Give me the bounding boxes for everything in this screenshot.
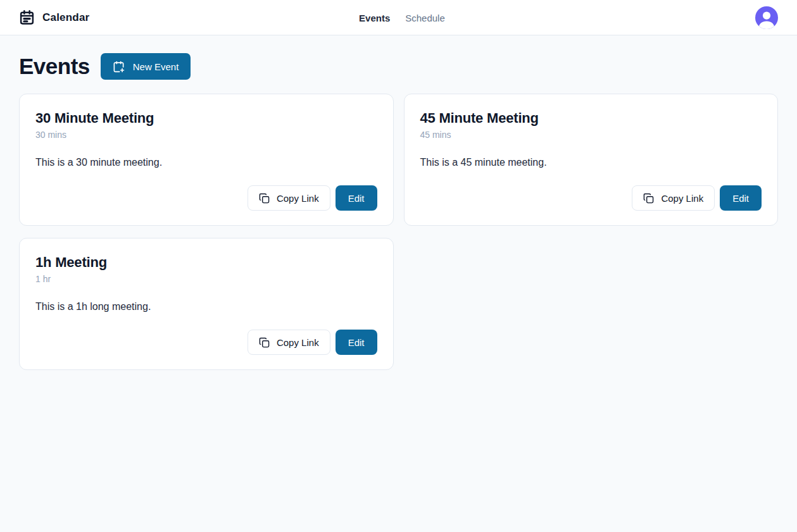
edit-button[interactable]: Edit	[336, 185, 377, 211]
nav-link-schedule[interactable]: Schedule	[405, 13, 445, 23]
copy-link-label: Copy Link	[277, 193, 319, 204]
edit-button[interactable]: Edit	[336, 330, 377, 355]
user-avatar[interactable]	[755, 6, 778, 29]
main-nav: Events Schedule	[359, 0, 445, 35]
event-duration: 45 mins	[420, 130, 762, 140]
event-cards-grid: 30 Minute Meeting 30 mins This is a 30 m…	[19, 94, 778, 370]
event-title: 45 Minute Meeting	[420, 110, 762, 127]
event-card-actions: Copy Link Edit	[35, 330, 377, 355]
copy-link-label: Copy Link	[661, 193, 703, 204]
calendar-logo-icon	[19, 9, 35, 25]
edit-button[interactable]: Edit	[720, 185, 762, 211]
event-card: 45 Minute Meeting 45 mins This is a 45 m…	[404, 94, 779, 226]
page-header: Events New Event	[19, 53, 778, 80]
event-card-actions: Copy Link Edit	[35, 185, 377, 211]
brand-label: Calendar	[42, 11, 89, 24]
event-duration: 1 hr	[35, 274, 377, 284]
user-avatar-icon	[755, 6, 778, 29]
events-page: Events New Event 30 Minute Meeting 30 mi…	[0, 35, 797, 388]
new-event-button[interactable]: New Event	[101, 53, 191, 80]
copy-link-button[interactable]: Copy Link	[248, 330, 330, 355]
nav-link-events[interactable]: Events	[359, 13, 390, 23]
event-title: 30 Minute Meeting	[35, 110, 377, 127]
copy-link-button[interactable]: Copy Link	[248, 185, 330, 211]
event-title: 1h Meeting	[35, 254, 377, 271]
copy-icon	[643, 193, 654, 204]
event-description: This is a 1h long meeting.	[35, 301, 377, 312]
page-title: Events	[19, 54, 90, 79]
event-card-actions: Copy Link Edit	[420, 185, 762, 211]
copy-link-label: Copy Link	[277, 337, 319, 348]
event-card: 30 Minute Meeting 30 mins This is a 30 m…	[19, 94, 394, 226]
copy-link-button[interactable]: Copy Link	[632, 185, 715, 211]
calendar-plus-icon	[113, 61, 125, 73]
copy-icon	[259, 337, 270, 348]
copy-icon	[259, 193, 270, 204]
top-navbar: Calendar Events Schedule	[0, 0, 797, 35]
brand-home-link[interactable]: Calendar	[19, 9, 89, 25]
event-description: This is a 45 minute meeting.	[420, 157, 762, 168]
event-card: 1h Meeting 1 hr This is a 1h long meetin…	[19, 238, 394, 370]
event-description: This is a 30 minute meeting.	[35, 157, 377, 168]
new-event-label: New Event	[133, 61, 179, 72]
event-duration: 30 mins	[35, 130, 377, 140]
